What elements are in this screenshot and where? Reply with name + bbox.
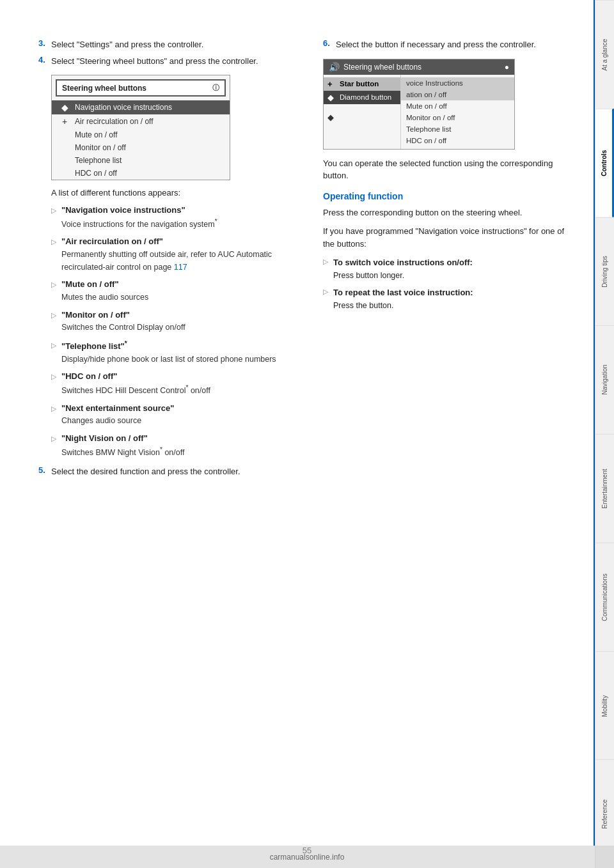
sw2-diamond-bottom: ◆ <box>324 111 400 124</box>
superscript-hdc: * <box>186 384 189 391</box>
bullet-title-night: "Night Vision on / off" <box>61 433 148 443</box>
sw-nav-icon: ◆ <box>59 102 70 112</box>
sidebar-tab-entertainment[interactable]: Entertainment <box>595 434 614 543</box>
operating-function-intro: Press the corresponding button on the st… <box>323 206 576 219</box>
bullet-sub-nav: Voice instructions for the navigation sy… <box>61 220 217 229</box>
step-4-text: Select "Steering wheel buttons" and pres… <box>51 55 258 68</box>
bullet-nav: ▷ "Navigation voice instructions" Voice … <box>51 204 291 230</box>
sw2-diamond-icon: ◆ <box>327 93 336 102</box>
sw2-right-voice-text: voice Instructions <box>406 79 463 87</box>
bullet-arrow-air: ▷ <box>51 236 56 247</box>
sw2-right-mute-text: Mute on / off <box>406 102 447 110</box>
sw2-right-hdc-text: HDC on / off <box>406 137 446 144</box>
page-container: 3. Select "Settings" and press the contr… <box>0 0 614 868</box>
bullet-content-phone: "Telephone list"* Display/hide phone boo… <box>61 339 276 366</box>
sw2-right-ation: ation on / off <box>401 89 514 100</box>
sw-mute-text: Mute on / off <box>75 130 118 139</box>
sw2-right-monitor: Monitor on / off <box>401 112 514 123</box>
bullet-content-night: "Night Vision on / off" Switches BMW Nig… <box>61 432 184 458</box>
sidebar-tab-navigation[interactable]: Navigation <box>595 325 614 434</box>
sw-title-text: Steering wheel buttons <box>62 84 146 93</box>
right-bullet-arrow-repeat: ▷ <box>323 288 328 296</box>
sw-item-air: + Air recirculation on / off <box>52 114 230 128</box>
superscript-phone: * <box>125 340 127 347</box>
step-6: 6. Select the button if necessary and pr… <box>323 38 576 51</box>
right-column: 6. Select the button if necessary and pr… <box>317 38 576 849</box>
bullet-title-nav: "Navigation voice instructions" <box>61 205 185 215</box>
bullet-phone: ▷ "Telephone list"* Display/hide phone b… <box>51 339 291 366</box>
bullet-title-air: "Air recirculation on / off" <box>61 236 163 246</box>
sw2-star-icon: + <box>327 79 336 89</box>
right-bullet-list: ▷ To switch voice instructions on/off: P… <box>323 256 576 312</box>
operating-function-heading: Operating function <box>323 191 576 201</box>
sw2-diamond-text: Diamond button <box>340 93 391 101</box>
right-bullet-content-switch: To switch voice instructions on/off: Pre… <box>333 256 473 281</box>
bullet-title-next: "Next entertainment source" <box>61 403 174 413</box>
right-bullet-switch: ▷ To switch voice instructions on/off: P… <box>323 256 576 281</box>
bullet-content-monitor: "Monitor on / off" Switches the Control … <box>61 309 185 334</box>
bullet-sub-monitor: Switches the Control Display on/off <box>61 323 185 332</box>
sidebar: At a glance Controls Driving tips Naviga… <box>595 0 614 868</box>
right-bullet-title-switch: To switch voice instructions on/off: <box>333 258 473 267</box>
sw2-right-voice: voice Instructions <box>401 77 514 89</box>
superscript-nav: * <box>215 218 217 225</box>
sw2-title-bar: 🔊 Steering wheel buttons ● <box>324 59 514 75</box>
sw-title-icon: ⓘ <box>212 83 219 93</box>
bullet-sub-air: Permanently shutting off outside air, re… <box>61 250 272 272</box>
sw-item-nav: ◆ Navigation voice instructions <box>52 100 230 114</box>
operating-function-condition: If you have programmed "Navigation voice… <box>323 225 576 250</box>
sw2-diamond-button: ◆ Diamond button <box>324 91 400 104</box>
sw2-left-panel: + Star button ◆ Diamond button ◆ <box>324 75 400 149</box>
sw-title-bar-1: Steering wheel buttons ⓘ <box>56 79 226 97</box>
step-3-number: 3. <box>38 38 51 51</box>
bullet-arrow-mute: ▷ <box>51 279 56 290</box>
sw2-star-text: Star button <box>340 80 379 88</box>
sw2-body: + Star button ◆ Diamond button ◆ <box>324 75 514 149</box>
sw2-spacer <box>324 104 400 111</box>
step-3: 3. Select "Settings" and press the contr… <box>38 38 291 51</box>
sw-item-monitor: Monitor on / off <box>52 141 230 154</box>
sw2-right-mute: Mute on / off <box>401 100 514 112</box>
bullet-list: ▷ "Navigation voice instructions" Voice … <box>51 204 291 459</box>
sidebar-tab-driving-tips[interactable]: Driving tips <box>595 217 614 326</box>
sw2-diamond-bottom-icon: ◆ <box>327 112 336 122</box>
bullet-hdc: ▷ "HDC on / off" Switches HDC Hill Desce… <box>51 370 291 396</box>
sw-air-text: Air recirculation on / off <box>75 117 154 126</box>
right-bullet-content-repeat: To repeat the last voice instruction: Pr… <box>333 286 473 311</box>
bullet-air: ▷ "Air recirculation on / off" Permanent… <box>51 235 291 273</box>
list-intro: A list of different functions appears: <box>51 188 291 198</box>
sidebar-tab-at-a-glance[interactable]: At a glance <box>595 0 614 109</box>
bullet-mute: ▷ "Mute on / off" Mutes the audio source… <box>51 278 291 303</box>
right-bullet-repeat: ▷ To repeat the last voice instruction: … <box>323 286 576 311</box>
step-5: 5. Select the desired function and press… <box>38 465 291 478</box>
bottom-watermark: carmanualsonline.info <box>0 846 614 868</box>
main-content: 3. Select "Settings" and press the contr… <box>0 0 595 868</box>
bullet-content-air: "Air recirculation on / off" Permanently… <box>61 235 291 273</box>
sw2-right-hdc: HDC on / off <box>401 135 514 146</box>
bullet-sub-night: Switches BMW Night Vision* on/off <box>61 448 184 457</box>
sidebar-tab-mobility[interactable]: Mobility <box>595 651 614 760</box>
bullet-title-monitor: "Monitor on / off" <box>61 310 130 320</box>
step-4-number: 4. <box>38 55 51 68</box>
page-vertical-line <box>594 0 595 846</box>
step-5-number: 5. <box>38 465 51 478</box>
bullet-content-mute: "Mute on / off" Mutes the audio sources <box>61 278 148 303</box>
sw-air-icon: + <box>59 116 70 127</box>
bullet-next: ▷ "Next entertainment source" Changes au… <box>51 402 291 427</box>
sw-item-phone: Telephone list <box>52 154 230 167</box>
bullet-sub-hdc: Switches HDC Hill Descent Control* on/of… <box>61 386 210 395</box>
bullet-content-next: "Next entertainment source" Changes audi… <box>61 402 174 427</box>
bullet-night: ▷ "Night Vision on / off" Switches BMW N… <box>51 432 291 458</box>
bullet-title-mute: "Mute on / off" <box>61 279 119 289</box>
right-bullet-arrow-switch: ▷ <box>323 258 328 266</box>
step-4: 4. Select "Steering wheel buttons" and p… <box>38 55 291 68</box>
sidebar-tab-controls[interactable]: Controls <box>595 109 614 217</box>
bullet-sub-mute: Mutes the audio sources <box>61 293 148 302</box>
step-5-text: Select the desired function and press th… <box>51 465 240 478</box>
sidebar-tab-communications[interactable]: Communications <box>595 543 614 651</box>
operate-text: You can operate the selected function us… <box>323 157 576 182</box>
sw2-title-dot: ● <box>505 63 509 72</box>
bullet-sub-phone: Display/hide phone book or last list of … <box>61 355 276 364</box>
sw2-title-icon: 🔊 <box>329 62 340 72</box>
bullet-title-phone: "Telephone list"* <box>61 341 127 351</box>
